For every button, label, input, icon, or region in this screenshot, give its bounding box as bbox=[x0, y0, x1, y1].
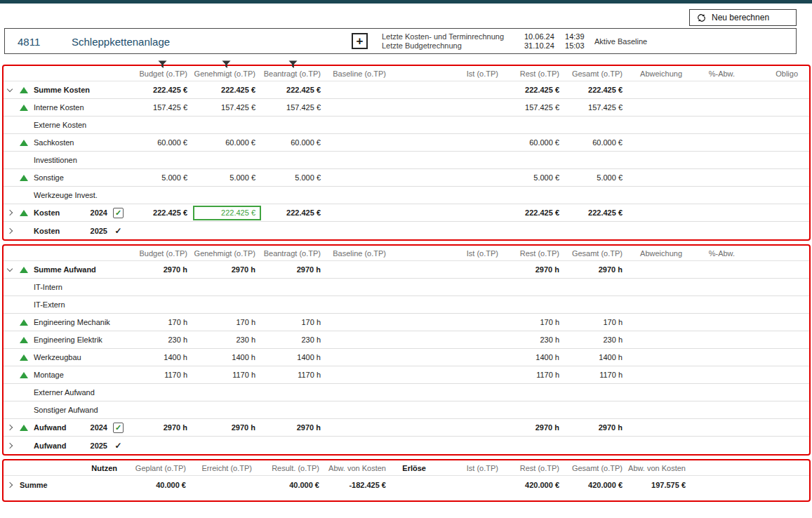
row-label-cell: Kosten2024✓ bbox=[4, 204, 133, 221]
value-cell[interactable]: 1170 h bbox=[565, 371, 628, 379]
value-cell[interactable]: 2970 h bbox=[193, 265, 261, 274]
column-header-erlöse: Erlöse bbox=[392, 464, 432, 472]
chevron-right-icon[interactable] bbox=[8, 444, 20, 448]
value-cell[interactable]: 157.425 € bbox=[565, 103, 628, 112]
table-row: Aufwand2025✓ bbox=[4, 437, 809, 454]
value-cell[interactable]: 1400 h bbox=[133, 353, 193, 361]
value-cell[interactable]: 1400 h bbox=[261, 353, 326, 361]
value-cell[interactable]: 222.425 € bbox=[133, 86, 193, 94]
status-up-triangle-icon bbox=[20, 210, 34, 216]
value-cell[interactable]: 157.425 € bbox=[504, 103, 565, 112]
column-header-row: Budget (o.TP)Genehmigt (o.TP)Beantragt (… bbox=[4, 246, 809, 261]
value-cell[interactable]: 5.000 € bbox=[133, 173, 193, 182]
value-cell[interactable]: 1170 h bbox=[504, 371, 565, 379]
value-cell[interactable]: 157.425 € bbox=[193, 103, 261, 112]
column-header-ist-o-tp: Ist (o.TP) bbox=[432, 464, 504, 472]
value-cell[interactable]: 1400 h bbox=[193, 353, 261, 361]
value-cell[interactable]: 5.000 € bbox=[193, 173, 261, 182]
value-cell[interactable]: 60.000 € bbox=[565, 138, 628, 147]
value-cell[interactable]: 2970 h bbox=[133, 423, 193, 432]
value-cell[interactable]: 170 h bbox=[193, 318, 261, 326]
value-cell[interactable]: 230 h bbox=[133, 336, 193, 344]
chevron-right-icon[interactable] bbox=[8, 229, 20, 233]
value-cell[interactable]: 222.425 € bbox=[133, 208, 193, 217]
value-cell[interactable]: 197.575 € bbox=[628, 481, 691, 489]
value-cell[interactable]: 157.425 € bbox=[133, 103, 193, 112]
year-check-icon[interactable]: ✓ bbox=[113, 226, 124, 236]
chevron-right-icon[interactable] bbox=[8, 425, 20, 430]
table-row: Engineering Mechanik170 h170 h170 h170 h… bbox=[4, 314, 809, 331]
value-cell[interactable]: 5.000 € bbox=[504, 173, 565, 182]
row-label-cell: Kosten2025✓ bbox=[4, 222, 133, 239]
add-button[interactable]: + bbox=[352, 33, 368, 49]
column-header-erreicht-o-tp: Erreicht (o.TP) bbox=[192, 464, 258, 472]
chevron-down-icon[interactable] bbox=[8, 89, 20, 91]
filter-icon[interactable] bbox=[222, 60, 232, 70]
value-cell[interactable]: 2970 h bbox=[261, 423, 326, 432]
column-header-beantragt-o-tp: Beantragt (o.TP) bbox=[261, 69, 326, 78]
value-cell[interactable]: 222.425 € bbox=[565, 86, 628, 94]
row-label: Kosten bbox=[34, 208, 60, 217]
value-cell[interactable]: 60.000 € bbox=[261, 138, 326, 147]
value-cell[interactable]: 2970 h bbox=[133, 265, 193, 274]
value-cell[interactable]: 222.425 € bbox=[261, 208, 326, 217]
row-label: Summe Aufwand bbox=[34, 265, 96, 274]
year-checkbox[interactable]: ✓ bbox=[113, 208, 124, 218]
value-cell[interactable]: 40.000 € bbox=[258, 481, 325, 489]
value-cell[interactable]: 170 h bbox=[133, 318, 193, 326]
value-cell[interactable]: 157.425 € bbox=[261, 103, 326, 112]
value-cell[interactable]: 60.000 € bbox=[193, 138, 261, 147]
column-header-abw-von-kosten: Abw. von Kosten bbox=[325, 464, 392, 472]
value-cell[interactable]: 2970 h bbox=[504, 265, 565, 274]
filter-icon[interactable] bbox=[288, 60, 298, 70]
recalculate-button[interactable]: Neu berechnen bbox=[689, 9, 797, 26]
value-cell[interactable]: 222.425 € bbox=[504, 86, 565, 94]
value-cell[interactable]: 170 h bbox=[504, 318, 565, 326]
column-header-result-o-tp: Result. (o.TP) bbox=[258, 464, 325, 472]
value-cell[interactable]: 230 h bbox=[565, 336, 628, 344]
status-up-triangle-icon bbox=[20, 140, 34, 146]
year-check-icon[interactable]: ✓ bbox=[113, 441, 124, 451]
value-cell[interactable]: 2970 h bbox=[565, 423, 628, 432]
value-cell[interactable]: 420.000 € bbox=[565, 481, 628, 489]
value-cell[interactable]: 1170 h bbox=[261, 371, 326, 379]
value-cell[interactable]: 230 h bbox=[193, 336, 261, 344]
value-cell[interactable]: 60.000 € bbox=[504, 138, 565, 147]
value-cell[interactable]: 40.000 € bbox=[123, 481, 192, 489]
year-checkbox[interactable]: ✓ bbox=[113, 423, 124, 433]
value-cell[interactable]: 1170 h bbox=[133, 371, 193, 379]
value-cell[interactable]: 222.425 € bbox=[261, 86, 326, 94]
value-cell[interactable]: 5.000 € bbox=[565, 173, 628, 182]
tables-container: Budget (o.TP)Genehmigt (o.TP)Beantragt (… bbox=[2, 65, 811, 502]
value-cell[interactable]: 1400 h bbox=[504, 353, 565, 361]
value-cell[interactable]: 2970 h bbox=[504, 423, 565, 432]
filter-icon[interactable] bbox=[158, 60, 168, 70]
chevron-right-icon[interactable] bbox=[8, 211, 20, 215]
row-label: Werkzeugbau bbox=[34, 353, 81, 361]
chevron-down-icon[interactable] bbox=[8, 269, 20, 271]
table-row: Sachkosten60.000 €60.000 €60.000 €60.000… bbox=[4, 134, 809, 152]
chevron-right-icon[interactable] bbox=[8, 483, 20, 487]
value-cell[interactable]: 2970 h bbox=[193, 423, 261, 432]
value-cell[interactable]: 170 h bbox=[261, 318, 326, 326]
row-label-cell: Externer Aufwand bbox=[4, 384, 133, 401]
value-cell[interactable]: 420.000 € bbox=[504, 481, 565, 489]
label-column-header: Nutzen bbox=[4, 464, 123, 472]
value-cell[interactable]: 222.425 € bbox=[193, 206, 261, 220]
value-cell[interactable]: 170 h bbox=[565, 318, 628, 326]
value-cell[interactable]: 2970 h bbox=[565, 265, 628, 274]
value-cell[interactable]: 230 h bbox=[504, 336, 565, 344]
value-cell[interactable]: 222.425 € bbox=[504, 208, 565, 217]
value-cell[interactable]: 1170 h bbox=[193, 371, 261, 379]
value-cell[interactable]: -182.425 € bbox=[325, 481, 392, 489]
value-cell[interactable]: 222.425 € bbox=[565, 208, 628, 217]
calculation-info: Letzte Kosten- und Terminrechnung Letzte… bbox=[382, 32, 504, 51]
value-cell[interactable]: 230 h bbox=[261, 336, 326, 344]
value-cell[interactable]: 5.000 € bbox=[261, 173, 326, 182]
value-cell[interactable]: 2970 h bbox=[261, 265, 326, 274]
value-cell[interactable]: 1400 h bbox=[565, 353, 628, 361]
year-label: 2024 bbox=[91, 208, 107, 217]
column-header-obligo: Obligo bbox=[740, 69, 804, 78]
value-cell[interactable]: 222.425 € bbox=[193, 86, 261, 94]
value-cell[interactable]: 60.000 € bbox=[133, 138, 193, 147]
